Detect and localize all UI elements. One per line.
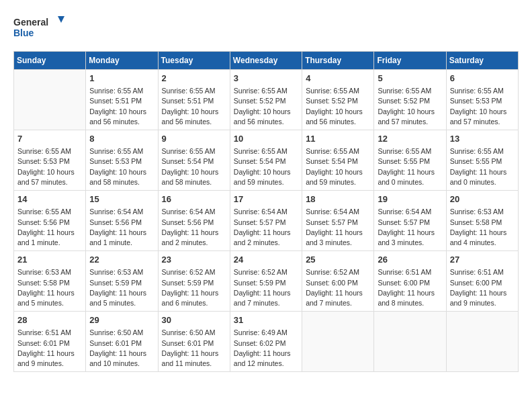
weekday-header-cell: Sunday <box>14 52 86 70</box>
calendar-day-cell: 2Sunrise: 6:55 AM Sunset: 5:51 PM Daylig… <box>158 70 230 130</box>
calendar-table: SundayMondayTuesdayWednesdayThursdayFrid… <box>13 51 519 372</box>
day-info: Sunrise: 6:52 AM Sunset: 5:59 PM Dayligh… <box>234 267 298 308</box>
day-info: Sunrise: 6:54 AM Sunset: 5:56 PM Dayligh… <box>162 207 226 248</box>
day-info: Sunrise: 6:53 AM Sunset: 5:58 PM Dayligh… <box>450 207 515 248</box>
day-number: 7 <box>17 133 82 145</box>
day-number: 13 <box>450 133 515 145</box>
calendar-day-cell: 16Sunrise: 6:54 AM Sunset: 5:56 PM Dayli… <box>158 191 230 251</box>
calendar-day-cell: 6Sunrise: 6:55 AM Sunset: 5:53 PM Daylig… <box>446 70 518 130</box>
day-info: Sunrise: 6:52 AM Sunset: 5:59 PM Dayligh… <box>162 267 226 308</box>
weekday-header-cell: Saturday <box>446 52 518 70</box>
day-info: Sunrise: 6:50 AM Sunset: 6:01 PM Dayligh… <box>162 328 226 369</box>
day-number: 19 <box>378 193 442 205</box>
day-info: Sunrise: 6:54 AM Sunset: 5:57 PM Dayligh… <box>306 207 370 248</box>
page-header: General Blue <box>13 13 519 40</box>
day-number: 21 <box>17 254 82 266</box>
day-number: 1 <box>89 73 154 85</box>
calendar-day-cell: 11Sunrise: 6:55 AM Sunset: 5:54 PM Dayli… <box>302 130 374 191</box>
day-info: Sunrise: 6:55 AM Sunset: 5:54 PM Dayligh… <box>162 146 226 187</box>
logo-svg: General Blue <box>13 13 67 40</box>
calendar-day-cell: 23Sunrise: 6:52 AM Sunset: 5:59 PM Dayli… <box>158 251 230 312</box>
calendar-day-cell: 15Sunrise: 6:54 AM Sunset: 5:56 PM Dayli… <box>86 191 158 251</box>
svg-marker-2 <box>58 16 64 23</box>
calendar-day-cell: 4Sunrise: 6:55 AM Sunset: 5:52 PM Daylig… <box>302 70 374 130</box>
calendar-week-row: 7Sunrise: 6:55 AM Sunset: 5:53 PM Daylig… <box>14 130 519 191</box>
calendar-day-cell: 5Sunrise: 6:55 AM Sunset: 5:52 PM Daylig… <box>374 70 446 130</box>
day-info: Sunrise: 6:55 AM Sunset: 5:55 PM Dayligh… <box>378 146 442 187</box>
day-info: Sunrise: 6:53 AM Sunset: 5:59 PM Dayligh… <box>89 267 154 308</box>
calendar-day-cell <box>374 312 446 372</box>
calendar-day-cell: 26Sunrise: 6:51 AM Sunset: 6:00 PM Dayli… <box>374 251 446 312</box>
day-number: 11 <box>306 133 370 145</box>
calendar-day-cell: 19Sunrise: 6:54 AM Sunset: 5:57 PM Dayli… <box>374 191 446 251</box>
day-info: Sunrise: 6:55 AM Sunset: 5:53 PM Dayligh… <box>450 86 515 127</box>
day-number: 15 <box>89 193 154 205</box>
calendar-day-cell <box>14 70 86 130</box>
day-info: Sunrise: 6:55 AM Sunset: 5:53 PM Dayligh… <box>17 146 82 187</box>
day-info: Sunrise: 6:51 AM Sunset: 6:01 PM Dayligh… <box>17 328 82 369</box>
calendar-week-row: 21Sunrise: 6:53 AM Sunset: 5:58 PM Dayli… <box>14 251 519 312</box>
day-info: Sunrise: 6:55 AM Sunset: 5:52 PM Dayligh… <box>378 86 442 127</box>
calendar-day-cell: 28Sunrise: 6:51 AM Sunset: 6:01 PM Dayli… <box>14 312 86 372</box>
calendar-day-cell: 9Sunrise: 6:55 AM Sunset: 5:54 PM Daylig… <box>158 130 230 191</box>
calendar-day-cell <box>302 312 374 372</box>
day-number: 30 <box>162 314 226 326</box>
day-number: 8 <box>89 133 154 145</box>
svg-text:Blue: Blue <box>13 28 34 38</box>
calendar-week-row: 28Sunrise: 6:51 AM Sunset: 6:01 PM Dayli… <box>14 312 519 372</box>
weekday-header-cell: Monday <box>86 52 158 70</box>
calendar-day-cell: 21Sunrise: 6:53 AM Sunset: 5:58 PM Dayli… <box>14 251 86 312</box>
day-number: 28 <box>17 314 82 326</box>
day-info: Sunrise: 6:55 AM Sunset: 5:52 PM Dayligh… <box>306 86 370 127</box>
calendar-week-row: 1Sunrise: 6:55 AM Sunset: 5:51 PM Daylig… <box>14 70 519 130</box>
day-number: 6 <box>450 73 515 85</box>
day-number: 24 <box>234 254 298 266</box>
day-number: 4 <box>306 73 370 85</box>
day-info: Sunrise: 6:55 AM Sunset: 5:51 PM Dayligh… <box>162 86 226 127</box>
day-info: Sunrise: 6:55 AM Sunset: 5:51 PM Dayligh… <box>89 86 154 127</box>
calendar-day-cell: 12Sunrise: 6:55 AM Sunset: 5:55 PM Dayli… <box>374 130 446 191</box>
day-number: 14 <box>17 193 82 205</box>
day-number: 26 <box>378 254 442 266</box>
day-number: 2 <box>162 73 226 85</box>
calendar-day-cell: 7Sunrise: 6:55 AM Sunset: 5:53 PM Daylig… <box>14 130 86 191</box>
weekday-header-cell: Tuesday <box>158 52 230 70</box>
day-info: Sunrise: 6:55 AM Sunset: 5:53 PM Dayligh… <box>89 146 154 187</box>
calendar-day-cell: 17Sunrise: 6:54 AM Sunset: 5:57 PM Dayli… <box>230 191 302 251</box>
calendar-day-cell: 25Sunrise: 6:52 AM Sunset: 6:00 PM Dayli… <box>302 251 374 312</box>
day-info: Sunrise: 6:54 AM Sunset: 5:57 PM Dayligh… <box>234 207 298 248</box>
calendar-day-cell: 27Sunrise: 6:51 AM Sunset: 6:00 PM Dayli… <box>446 251 518 312</box>
calendar-day-cell: 30Sunrise: 6:50 AM Sunset: 6:01 PM Dayli… <box>158 312 230 372</box>
calendar-day-cell: 10Sunrise: 6:55 AM Sunset: 5:54 PM Dayli… <box>230 130 302 191</box>
day-number: 22 <box>89 254 154 266</box>
calendar-day-cell: 8Sunrise: 6:55 AM Sunset: 5:53 PM Daylig… <box>86 130 158 191</box>
day-number: 9 <box>162 133 226 145</box>
calendar-day-cell: 13Sunrise: 6:55 AM Sunset: 5:55 PM Dayli… <box>446 130 518 191</box>
calendar-body: 1Sunrise: 6:55 AM Sunset: 5:51 PM Daylig… <box>14 70 519 372</box>
calendar-day-cell: 29Sunrise: 6:50 AM Sunset: 6:01 PM Dayli… <box>86 312 158 372</box>
calendar-day-cell: 20Sunrise: 6:53 AM Sunset: 5:58 PM Dayli… <box>446 191 518 251</box>
day-info: Sunrise: 6:51 AM Sunset: 6:00 PM Dayligh… <box>378 267 442 308</box>
day-number: 31 <box>234 314 298 326</box>
weekday-header-cell: Thursday <box>302 52 374 70</box>
calendar-week-row: 14Sunrise: 6:55 AM Sunset: 5:56 PM Dayli… <box>14 191 519 251</box>
day-info: Sunrise: 6:51 AM Sunset: 6:00 PM Dayligh… <box>450 267 515 308</box>
day-number: 29 <box>89 314 154 326</box>
calendar-day-cell: 31Sunrise: 6:49 AM Sunset: 6:02 PM Dayli… <box>230 312 302 372</box>
weekday-header-row: SundayMondayTuesdayWednesdayThursdayFrid… <box>14 52 519 70</box>
calendar-day-cell: 1Sunrise: 6:55 AM Sunset: 5:51 PM Daylig… <box>86 70 158 130</box>
day-info: Sunrise: 6:50 AM Sunset: 6:01 PM Dayligh… <box>89 328 154 369</box>
day-number: 27 <box>450 254 515 266</box>
day-number: 3 <box>234 73 298 85</box>
calendar-day-cell: 24Sunrise: 6:52 AM Sunset: 5:59 PM Dayli… <box>230 251 302 312</box>
day-info: Sunrise: 6:54 AM Sunset: 5:56 PM Dayligh… <box>89 207 154 248</box>
weekday-header-cell: Friday <box>374 52 446 70</box>
svg-text:General: General <box>13 17 48 28</box>
calendar-day-cell <box>446 312 518 372</box>
day-number: 10 <box>234 133 298 145</box>
logo: General Blue <box>13 13 67 40</box>
weekday-header-cell: Wednesday <box>230 52 302 70</box>
day-number: 17 <box>234 193 298 205</box>
day-info: Sunrise: 6:55 AM Sunset: 5:54 PM Dayligh… <box>234 146 298 187</box>
day-info: Sunrise: 6:55 AM Sunset: 5:54 PM Dayligh… <box>306 146 370 187</box>
